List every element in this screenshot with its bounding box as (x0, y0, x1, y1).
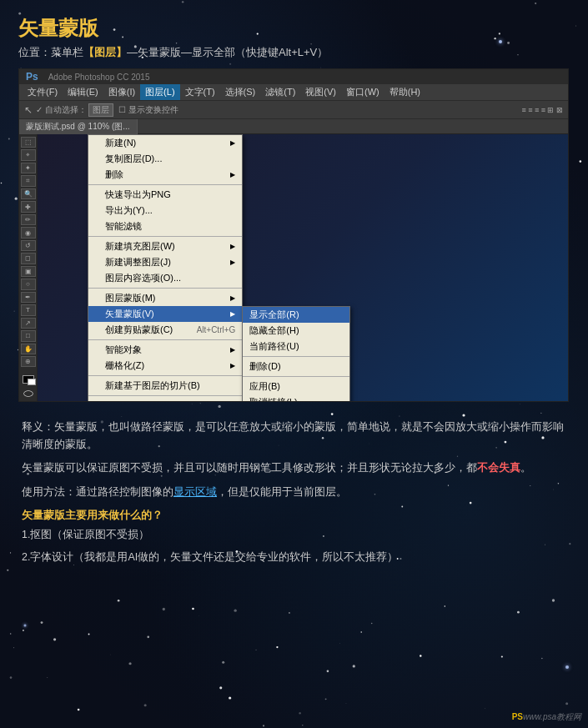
submenu-divider-1 (243, 356, 349, 357)
para3-suffix: ，但是仅能用于当前图层。 (217, 486, 347, 498)
foreground-color[interactable] (23, 375, 34, 384)
menu-smart-filter[interactable]: 智能滤镜 (88, 218, 242, 234)
menu-new-slice[interactable]: 新建基于图层的切片(B) (88, 378, 242, 394)
section-title: 矢量蒙版主要用来做什么的？ (22, 506, 566, 525)
menu-vector-mask[interactable]: 矢量蒙版(V)▶ 显示全部(R) 隐藏全部(H) 当前路径(U) 删除(D) 应… (88, 306, 242, 322)
menu-text[interactable]: 文字(T) (180, 84, 220, 100)
divider-1 (88, 184, 242, 185)
menu-image[interactable]: 图像(I) (103, 84, 140, 100)
tool-stamp[interactable]: ◉ (21, 227, 36, 238)
tool-healing[interactable]: ✚ (21, 201, 36, 212)
tool-history-brush[interactable]: ↺ (21, 240, 36, 251)
ps-titlebar: Ps Adobe Photoshop CC 2015 (19, 69, 568, 84)
menu-new[interactable]: 新建(N)▶ (88, 135, 242, 151)
para1-text: 释义：矢量蒙版，也叫做路径蒙版，是可以任意放大或缩小的蒙版，简单地说，就是不会因… (22, 421, 564, 450)
ps-window: Ps Adobe Photoshop CC 2015 文件(F) 编辑(E) 图… (18, 68, 569, 402)
tool-marquee[interactable]: ⬚ (21, 137, 36, 148)
divider-6 (88, 395, 242, 396)
background-color[interactable] (28, 379, 36, 385)
ps-menubar[interactable]: 文件(F) 编辑(E) 图像(I) 图层(L) 文字(T) 选择(S) 滤镜(T… (19, 84, 568, 101)
para3-prefix: 使用方法：通过路径控制图像的 (22, 486, 173, 498)
tool-brush[interactable]: ✏ (21, 214, 36, 225)
menu-view[interactable]: 视图(V) (300, 84, 341, 100)
menu-clipping-mask[interactable]: 创建剪贴蒙版(C)Alt+Ctrl+G (88, 322, 242, 338)
submenu-divider-2 (243, 376, 349, 377)
menu-export-as[interactable]: 导出为(Y)... (88, 203, 242, 218)
para3-blue: 显示区域 (173, 486, 217, 498)
toolbar-right: ≡ ≡ ≡ ≡ ⊞ ⊠ (521, 106, 563, 114)
divider-2 (88, 236, 242, 237)
submenu-unlink[interactable]: 取消链接(L) (243, 394, 349, 401)
bracket-label: 【图层】 (83, 46, 127, 58)
menu-new-adjustment[interactable]: 新建调整图层(J)▶ (88, 254, 242, 270)
doc-tab[interactable]: 蒙版测试.psd @ 110% (图... (19, 119, 138, 134)
doc-tab-bar: 蒙版测试.psd @ 110% (图... (19, 119, 568, 134)
tool-eyedropper[interactable]: 🔍 (21, 188, 36, 199)
tool-magic-wand[interactable]: ✦ (21, 163, 36, 173)
submenu-delete[interactable]: 删除(D) (243, 359, 349, 374)
ps-left-tools: ⬚ ⌖ ✦ ⌗ 🔍 ✚ ✏ ◉ ↺ ◻ ▣ ○ ✒ T ↗ □ ✋ ⊕ (19, 134, 38, 401)
list-item-2: 2.字体设计（我都是用AI做的，矢量文件还是交给专业的软件，所以不太推荐） (22, 549, 566, 566)
tool-crop[interactable]: ⌗ (21, 175, 36, 186)
page-title: 矢量蒙版 (18, 15, 570, 42)
menu-layer-content[interactable]: 图层内容选项(O)... (88, 270, 242, 286)
submenu-apply[interactable]: 应用(B) (243, 379, 349, 394)
toolbar-transform: ☐ 显示变换控件 (118, 104, 178, 116)
tool-path-select[interactable]: ↗ (21, 318, 36, 329)
tool-dodge[interactable]: ○ (21, 279, 36, 289)
list-item-1: 1.抠图（保证原图不受损） (22, 526, 566, 544)
para2-highlight: 不会失真 (477, 462, 520, 474)
menu-edit[interactable]: 编辑(E) (63, 84, 103, 100)
layer-dropdown-menu[interactable]: 新建(N)▶ 复制图层(D)... 删除▶ 快速导出为PNG 导出为(Y)...… (88, 134, 243, 401)
para-3: 使用方法：通过路径控制图像的显示区域，但是仅能用于当前图层。 (22, 484, 566, 501)
para-2: 矢量蒙版可以保证原图不受损，并且可以随时用钢笔工具修改形状；并且形状无论拉大多少… (22, 459, 566, 477)
menu-window[interactable]: 窗口(W) (341, 84, 384, 100)
submenu-current-path[interactable]: 当前路径(U) (243, 339, 349, 354)
divider-4 (88, 339, 242, 340)
menu-file[interactable]: 文件(F) (23, 84, 63, 100)
tool-eraser[interactable]: ◻ (21, 253, 36, 264)
menu-help[interactable]: 帮助(H) (384, 84, 425, 100)
page-subtitle: 位置：菜单栏【图层】—矢量蒙版—显示全部（快捷键Alt+L+V） (18, 45, 570, 60)
menu-layer[interactable]: 图层(L) (140, 84, 179, 100)
arrow-tool-icon: ↖ (24, 104, 33, 116)
divider-3 (88, 288, 242, 289)
toolbar-layer-select[interactable]: 图层 (88, 103, 113, 117)
menu-filter[interactable]: 滤镜(T) (260, 84, 300, 100)
submenu-show-all[interactable]: 显示全部(R) (243, 307, 349, 323)
menu-group[interactable]: 打开图组(G)Ctrl+G (88, 398, 242, 401)
tool-text[interactable]: T (21, 304, 36, 315)
ps-logo: Ps (24, 71, 40, 83)
menu-copy-layer[interactable]: 复制图层(D)... (88, 151, 242, 167)
tool-shape[interactable]: □ (21, 330, 36, 341)
tool-pen[interactable]: ✒ (21, 292, 36, 303)
description-area: 释义：矢量蒙版，也叫做路径蒙版，是可以任意放大或缩小的蒙版，简单地说，就是不会因… (18, 412, 570, 567)
ps-main-area: ⬚ ⌖ ✦ ⌗ 🔍 ✚ ✏ ◉ ↺ ◻ ▣ ○ ✒ T ↗ □ ✋ ⊕ (19, 134, 568, 401)
menu-select[interactable]: 选择(S) (220, 84, 261, 100)
submenu-hide-all[interactable]: 隐藏全部(H) (243, 323, 349, 339)
menu-new-fill[interactable]: 新建填充图层(W)▶ (88, 238, 242, 254)
ps-toolbar: ↖ ✓ 自动选择： 图层 ☐ 显示变换控件 ≡ ≡ ≡ ≡ ⊞ ⊠ (19, 101, 568, 119)
tool-zoom[interactable]: ⊕ (21, 356, 36, 367)
quick-mask[interactable]: ⬭ (23, 387, 33, 399)
para2-end: 。 (520, 462, 531, 474)
menu-export-quick[interactable]: 快速导出为PNG (88, 187, 242, 203)
menu-layer-mask[interactable]: 图层蒙版(M)▶ (88, 290, 242, 306)
para2-main: 矢量蒙版可以保证原图不受损，并且可以随时用钢笔工具修改形状；并且形状无论拉大多少… (22, 462, 477, 474)
ps-title-text: Adobe Photoshop CC 2015 (48, 73, 150, 82)
menu-rasterize[interactable]: 栅格化(Z)▶ (88, 358, 242, 374)
toolbar-autofill: ✓ 自动选择： (36, 104, 87, 116)
vector-mask-submenu[interactable]: 显示全部(R) 隐藏全部(H) 当前路径(U) 删除(D) 应用(B) 取消链接… (242, 306, 350, 401)
divider-5 (88, 375, 242, 376)
watermark: PSwww.psa教程网 (512, 711, 581, 723)
ps-canvas: 新建(N)▶ 复制图层(D)... 删除▶ 快速导出为PNG 导出为(Y)...… (38, 134, 568, 401)
tool-hand[interactable]: ✋ (21, 344, 36, 354)
menu-delete[interactable]: 删除▶ (88, 167, 242, 183)
tool-gradient[interactable]: ▣ (21, 266, 36, 277)
tool-lasso[interactable]: ⌖ (21, 149, 36, 160)
para-1: 释义：矢量蒙版，也叫做路径蒙版，是可以任意放大或缩小的蒙版，简单地说，就是不会因… (22, 419, 566, 454)
menu-smart-object[interactable]: 智能对象▶ (88, 342, 242, 358)
